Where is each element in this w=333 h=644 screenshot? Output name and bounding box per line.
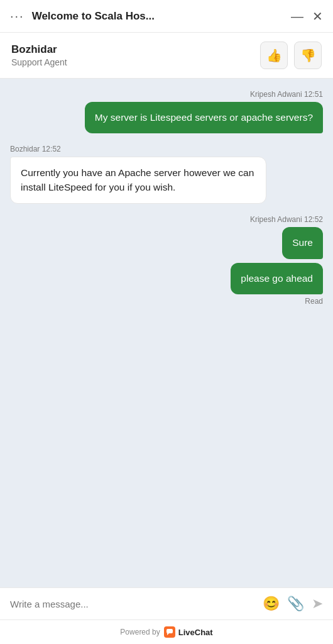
message-bubble: Currently you have an Apache server howe… — [10, 157, 266, 204]
agent-info: Bozhidar Support Agent — [11, 43, 260, 67]
svg-marker-1 — [167, 633, 169, 635]
attach-icon[interactable]: 📎 — [287, 596, 304, 612]
title-bar: ··· Welcome to Scala Hos... — ✕ — [0, 0, 333, 33]
close-button[interactable]: ✕ — [312, 10, 323, 23]
read-label: Read — [305, 297, 323, 306]
menu-dots-icon[interactable]: ··· — [10, 9, 25, 23]
livechat-logo: LiveChat — [164, 626, 213, 638]
footer: Powered by LiveChat — [0, 619, 333, 644]
message-bubble: please go ahead — [231, 263, 323, 294]
emoji-icon[interactable]: 😊 — [263, 596, 280, 612]
message-input[interactable] — [10, 599, 255, 609]
thumbs-down-button[interactable]: 👎 — [294, 42, 322, 69]
message-group-msg3: Kripesh Adwani 12:52Sureplease go aheadR… — [10, 215, 323, 306]
livechat-icon — [164, 626, 175, 638]
message-meta: Kripesh Adwani 12:52 — [250, 215, 323, 224]
agent-actions: 👍 👎 — [260, 42, 322, 69]
send-button[interactable]: ➤ — [312, 596, 323, 612]
window-title: Welcome to Scala Hos... — [32, 10, 291, 23]
message-group-msg2: Bozhidar 12:52Currently you have an Apac… — [10, 145, 323, 204]
minimize-button[interactable]: — — [291, 10, 303, 23]
input-area: 😊 📎 ➤ — [0, 587, 333, 619]
chat-area: Kripesh Adwani 12:51My server is Litespe… — [0, 79, 333, 587]
agent-header: Bozhidar Support Agent 👍 👎 — [0, 33, 333, 79]
agent-role: Support Agent — [11, 57, 260, 67]
message-bubble: My server is Litespeed servers or apache… — [85, 102, 323, 133]
livechat-brand-name: LiveChat — [178, 628, 213, 637]
thumbs-up-button[interactable]: 👍 — [260, 42, 288, 69]
message-meta: Kripesh Adwani 12:51 — [250, 90, 323, 99]
message-bubble: Sure — [282, 227, 323, 258]
agent-name: Bozhidar — [11, 43, 260, 56]
message-group-msg1: Kripesh Adwani 12:51My server is Litespe… — [10, 90, 323, 133]
powered-by-text: Powered by — [120, 628, 160, 636]
svg-rect-0 — [166, 629, 173, 633]
message-meta: Bozhidar 12:52 — [10, 145, 61, 153]
